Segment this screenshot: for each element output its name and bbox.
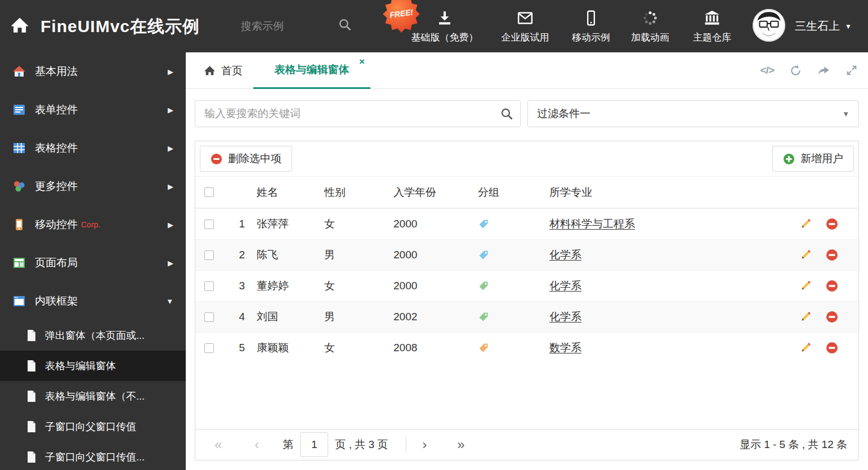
edit-pencil-icon[interactable] xyxy=(800,249,811,261)
grid-toolbar: 删除选中项 新增用户 xyxy=(195,141,858,176)
main-content: 首页 表格与编辑窗体 × </> 过滤条件一 ▼ xyxy=(186,52,868,470)
row-checkbox[interactable] xyxy=(204,343,214,353)
tag-icon[interactable] xyxy=(478,280,489,292)
delete-row-icon[interactable] xyxy=(826,249,838,261)
plus-circle-icon xyxy=(783,153,795,165)
column-name[interactable]: 姓名 xyxy=(247,185,316,200)
sidebar-subitem-child-to-parent[interactable]: 子窗口向父窗口传值 xyxy=(0,411,186,442)
select-all-checkbox[interactable] xyxy=(204,187,214,197)
source-code-icon[interactable]: </> xyxy=(760,64,774,77)
delete-selected-button[interactable]: 删除选中项 xyxy=(200,146,292,172)
pagination-last-icon[interactable]: » xyxy=(457,438,464,451)
share-icon[interactable] xyxy=(817,64,830,77)
nav-basic-free[interactable]: 基础版（免费） xyxy=(405,7,484,44)
user-avatar[interactable] xyxy=(753,9,785,42)
sidebar-item-mobile-controls[interactable]: 移动控件 Corp. ▶ xyxy=(0,205,186,244)
nav-label: 主题仓库 xyxy=(679,31,745,44)
filter-dropdown[interactable]: 过滤条件一 ▼ xyxy=(527,100,859,127)
delete-selected-label: 删除选中项 xyxy=(228,151,281,166)
pagination-page-suffix: 页 , 共 3 页 xyxy=(335,437,388,452)
row-checkbox[interactable] xyxy=(204,220,214,229)
user-name: 三生石上 xyxy=(795,19,840,34)
sidebar-subitem-child-to-parent-2[interactable]: 子窗口向父窗口传值... xyxy=(0,442,186,470)
major-link[interactable]: 化学系 xyxy=(549,280,581,292)
table-empty-space xyxy=(195,363,858,429)
tab-active-grid-edit-window[interactable]: 表格与编辑窗体 × xyxy=(253,52,370,89)
row-checkbox[interactable] xyxy=(204,250,214,260)
cell-year: 2002 xyxy=(384,311,468,323)
tab-home[interactable]: 首页 xyxy=(204,52,243,89)
sidebar-item-basic-usage[interactable]: 基本用法 ▶ xyxy=(0,52,186,91)
edit-pencil-icon[interactable] xyxy=(800,342,811,353)
keyword-search-input[interactable] xyxy=(195,100,521,127)
pagination-first-icon[interactable]: « xyxy=(214,438,222,451)
tag-icon[interactable] xyxy=(478,342,489,353)
minus-circle-icon xyxy=(211,153,222,165)
app-header: FineUIMvc在线示例 FREE! 基础版（免费） 企业版试用 移动示例 xyxy=(0,0,868,52)
pagination-page-input[interactable] xyxy=(300,432,328,457)
close-icon[interactable]: × xyxy=(359,57,365,66)
edit-pencil-icon[interactable] xyxy=(800,311,811,323)
delete-row-icon[interactable] xyxy=(826,280,838,292)
tab-toolbar: </> xyxy=(760,64,858,77)
tag-icon[interactable] xyxy=(478,218,489,230)
nav-enterprise-trial[interactable]: 企业版试用 xyxy=(489,7,562,44)
pagination-next-icon[interactable]: › xyxy=(422,438,427,451)
column-gender[interactable]: 性别 xyxy=(316,185,384,200)
home-icon xyxy=(12,65,26,78)
sidebar-item-page-layout[interactable]: 页面布局 ▶ xyxy=(0,244,186,282)
major-link[interactable]: 化学系 xyxy=(549,249,581,261)
row-checkbox[interactable] xyxy=(204,312,214,322)
major-link[interactable]: 数学系 xyxy=(549,342,581,353)
delete-row-icon[interactable] xyxy=(826,342,838,354)
header-search-input[interactable] xyxy=(241,17,332,36)
mobile-icon xyxy=(12,218,26,231)
sidebar-subitem-popup-window[interactable]: 弹出窗体（本页面或... xyxy=(0,320,186,351)
sidebar-item-form-controls[interactable]: 表单控件 ▶ xyxy=(0,91,186,129)
major-link[interactable]: 化学系 xyxy=(549,311,581,323)
edit-pencil-icon[interactable] xyxy=(800,280,811,292)
search-icon[interactable] xyxy=(500,107,514,121)
sidebar-subitem-grid-edit-window-2[interactable]: 表格与编辑窗体（不... xyxy=(0,381,186,411)
tag-icon[interactable] xyxy=(478,311,489,323)
sidebar-subitem-label: 弹出窗体（本页面或... xyxy=(45,329,145,342)
add-user-button[interactable]: 新增用户 xyxy=(772,146,854,172)
cell-year: 2008 xyxy=(384,342,468,354)
user-menu[interactable]: 三生石上 ▼ xyxy=(795,0,852,52)
nav-mobile-demo[interactable]: 移动示例 xyxy=(557,7,625,44)
cell-gender: 男 xyxy=(316,248,384,262)
row-checkbox[interactable] xyxy=(204,281,214,291)
pagination-bar: « ‹ 第 页 , 共 3 页 › » 显示 1 - 5 条 , 共 12 条 xyxy=(195,429,858,460)
column-year[interactable]: 入学年份 xyxy=(384,185,468,200)
delete-row-icon[interactable] xyxy=(826,218,838,230)
cell-year: 2000 xyxy=(384,249,468,261)
column-group[interactable]: 分组 xyxy=(468,185,540,200)
sidebar-item-inline-frame[interactable]: 内联框架 ▼ xyxy=(0,282,186,320)
chevron-right-icon: ▶ xyxy=(168,221,173,229)
nav-label: 移动示例 xyxy=(557,31,625,44)
nav-theme-store[interactable]: 主题仓库 xyxy=(679,7,745,44)
fullscreen-icon[interactable] xyxy=(845,64,858,77)
sidebar-item-more-controls[interactable]: 更多控件 ▶ xyxy=(0,167,186,205)
sidebar-item-grid-controls[interactable]: 表格控件 ▶ xyxy=(0,129,186,167)
table-row: 1 张萍萍 女 2000 材料科学与工程系 xyxy=(195,208,858,239)
refresh-icon[interactable] xyxy=(789,64,802,77)
pagination-prev-icon[interactable]: ‹ xyxy=(254,438,259,451)
sidebar-item-label: 表单控件 xyxy=(35,102,78,117)
chevron-down-icon: ▼ xyxy=(845,23,852,30)
edit-pencil-icon[interactable] xyxy=(800,218,811,230)
sidebar-subitem-grid-edit-window[interactable]: 表格与编辑窗体 xyxy=(0,351,186,381)
column-major[interactable]: 所学专业 xyxy=(540,185,797,200)
tag-icon[interactable] xyxy=(478,249,489,261)
header-search-icon[interactable] xyxy=(338,17,352,32)
table-row: 5 康颖颖 女 2008 数学系 xyxy=(195,332,858,363)
nav-loading-animations[interactable]: 加载动画 xyxy=(618,7,683,44)
row-index: 3 xyxy=(222,280,247,292)
grid-panel: 删除选中项 新增用户 姓名 性别 入学年份 分组 所学专业 xyxy=(195,141,859,460)
cell-name: 刘国 xyxy=(247,310,316,324)
mail-icon xyxy=(489,7,562,26)
row-index: 5 xyxy=(222,342,247,354)
major-link[interactable]: 材料科学与工程系 xyxy=(549,218,635,230)
delete-row-icon[interactable] xyxy=(826,311,838,323)
brand-home-icon[interactable] xyxy=(10,16,29,35)
